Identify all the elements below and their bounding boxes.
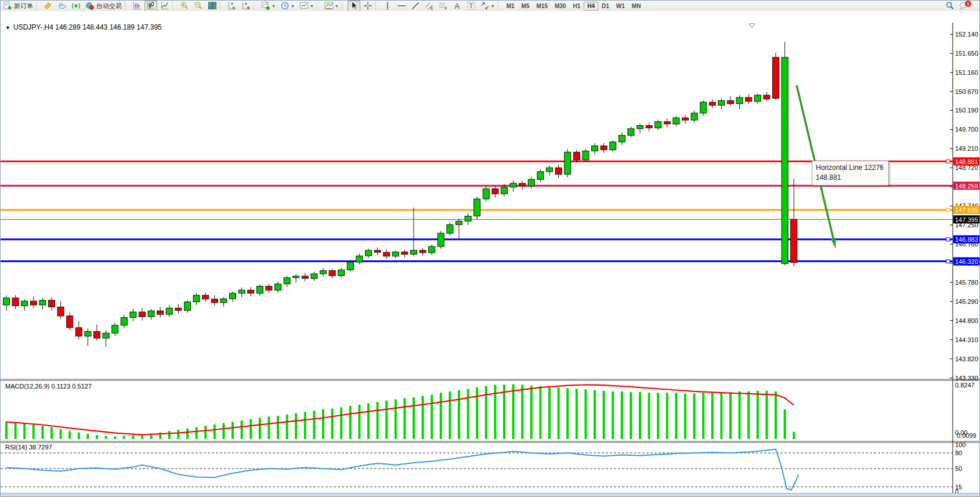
history-button[interactable] <box>42 1 55 12</box>
tooltip-object-value: 148.881 <box>816 173 884 183</box>
candlestick <box>384 252 390 256</box>
templates-button[interactable]: ▼ <box>298 1 316 12</box>
fibonacci-button[interactable]: F <box>437 1 450 12</box>
timeframe-D1-button[interactable]: D1 <box>598 2 613 10</box>
timeframe-M15-button[interactable]: M15 <box>533 2 551 10</box>
dropdown-arrow-icon[interactable]: ▼ <box>335 4 339 8</box>
macd-histogram-bar <box>449 391 451 439</box>
candlestick <box>230 293 236 299</box>
macd-histogram-bar <box>123 436 125 439</box>
timeframe-M1-button[interactable]: M1 <box>503 2 518 10</box>
candlestick <box>366 251 372 256</box>
indicators-list-button[interactable]: ▼ <box>323 1 341 12</box>
macd-histogram-bar <box>214 425 216 439</box>
autotrade-icon <box>85 1 95 10</box>
signals-button[interactable] <box>70 1 82 12</box>
line-handle[interactable] <box>946 238 950 241</box>
cloud-button[interactable] <box>56 1 68 12</box>
equidistant-channel-button[interactable]: E <box>423 1 436 12</box>
chart-window[interactable]: MACD(12,26,9) 0.1123 0.5127RSI(14) 38.72… <box>1 11 980 493</box>
price-tick-label: 149.700 <box>955 126 978 133</box>
chart-title[interactable]: ▼USDJPY-,H4 146.289 148.443 146.189 147.… <box>5 23 162 31</box>
cursor-button[interactable] <box>348 1 360 12</box>
dropdown-arrow-icon[interactable]: ▼ <box>310 4 314 8</box>
line-handle[interactable] <box>946 159 950 163</box>
periods-button[interactable]: ▼ <box>279 1 296 12</box>
price-chart[interactable]: MACD(12,26,9) 0.1123 0.5127RSI(14) 38.72… <box>1 11 980 493</box>
dropdown-arrow-icon[interactable]: ▼ <box>291 4 295 8</box>
notifications-button[interactable]: 1 <box>957 1 978 12</box>
candlestick <box>429 246 435 253</box>
crosshair-button[interactable] <box>361 1 374 12</box>
timeframe-W1-button[interactable]: W1 <box>613 2 628 10</box>
tooltip-object-name: Horizontal Line 12276 <box>816 163 884 173</box>
current-price-label: 147.395 <box>953 215 980 223</box>
zoom-out-button[interactable] <box>192 1 205 12</box>
timeframe-MN-button[interactable]: MN <box>628 2 645 10</box>
dropdown-arrow-icon[interactable]: ▼ <box>272 4 276 8</box>
macd-histogram-bar <box>241 420 243 439</box>
timeframe-M30-button[interactable]: M30 <box>551 2 569 10</box>
new-order-button[interactable]: 新订单 <box>1 1 35 12</box>
text-button[interactable]: A <box>451 1 464 12</box>
trendline-button[interactable] <box>409 1 422 12</box>
fibo-icon: F <box>439 1 448 10</box>
candlestick <box>547 168 553 172</box>
timeframe-H4-button[interactable]: H4 <box>584 2 598 10</box>
autotrade-button[interactable]: 自动交易 <box>84 1 124 12</box>
timeframe-H1-button[interactable]: H1 <box>569 2 584 10</box>
label-icon: T <box>467 1 476 10</box>
macd-histogram-bar <box>711 393 714 439</box>
candlestick <box>49 300 55 307</box>
line-price-label: 147.638 <box>953 206 980 214</box>
chart-shift-button[interactable] <box>240 1 252 12</box>
candlestick <box>619 135 625 142</box>
candlestick <box>338 270 345 275</box>
candle-chart-button[interactable] <box>144 1 157 12</box>
candlestick <box>21 301 28 306</box>
auto-scroll-button[interactable] <box>226 1 238 12</box>
rsi-label: RSI(14) 38.7297 <box>5 444 52 451</box>
candlestick <box>682 118 689 120</box>
candlestick <box>465 216 471 222</box>
macd-histogram-bar <box>322 409 324 439</box>
line-handle[interactable] <box>946 260 950 263</box>
text-label-button[interactable]: T <box>465 1 478 12</box>
line-handle[interactable] <box>946 208 950 212</box>
zoom-in-button[interactable] <box>178 1 191 12</box>
macd-histogram-bar <box>757 391 759 439</box>
macd-histogram-bar <box>267 416 270 439</box>
candlestick <box>284 278 290 284</box>
macd-histogram-bar <box>277 416 279 439</box>
macd-histogram-bar <box>594 390 596 439</box>
arrows-objects-button[interactable]: ▼ <box>479 1 497 12</box>
macd-histogram-bar <box>186 429 189 439</box>
candlestick <box>456 221 462 224</box>
tile-windows-button[interactable] <box>206 1 219 12</box>
macd-histogram-bar <box>50 427 53 440</box>
chart-background <box>1 11 980 493</box>
zoom-out-icon <box>194 1 203 10</box>
macd-histogram-bar <box>467 389 469 439</box>
horizontal-line-button[interactable] <box>395 1 408 12</box>
candlestick <box>718 101 725 106</box>
price-tick-label: 152.140 <box>955 31 978 38</box>
search-icon <box>945 1 954 10</box>
dropdown-arrow-icon[interactable]: ▼ <box>491 4 495 8</box>
macd-histogram-bar <box>349 406 352 439</box>
candlestick <box>700 102 707 113</box>
line-chart-button[interactable] <box>158 1 171 12</box>
vertical-line-button[interactable] <box>381 1 394 12</box>
timeframe-M5-button[interactable]: M5 <box>518 2 533 10</box>
candlestick <box>238 290 245 293</box>
add-indicator-button[interactable]: ▼ <box>259 1 277 12</box>
candlestick <box>374 251 381 252</box>
candlestick <box>12 298 19 306</box>
candlestick <box>39 300 46 305</box>
candlestick <box>266 286 272 291</box>
macd-histogram-bar <box>440 393 442 439</box>
bars-chart-button[interactable] <box>131 1 143 12</box>
candlestick <box>293 276 299 278</box>
search-button[interactable] <box>943 1 956 12</box>
signals-icon <box>71 1 81 10</box>
